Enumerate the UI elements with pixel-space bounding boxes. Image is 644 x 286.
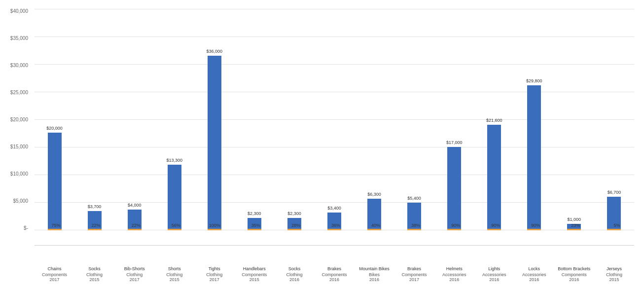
orange-line (487, 229, 501, 230)
bar-pct-label: 90% (531, 223, 540, 228)
bar-pct-label: 56% (172, 223, 180, 228)
x-label-year: 2017 (210, 277, 219, 282)
bar: $13,30056% (168, 165, 181, 229)
bar-group: $6,30040% (355, 199, 394, 230)
bar-group: $36,000100% (194, 56, 234, 230)
x-label-category: Clothing (126, 272, 143, 277)
bar-group: $3,70022% (74, 211, 114, 230)
x-label-category: Components (402, 272, 427, 277)
bar-value-label: $5,400 (407, 196, 421, 201)
y-axis-label: $5,000 (2, 199, 28, 204)
y-axis-label: $35,000 (2, 36, 28, 41)
bar-value-label: $6,700 (608, 190, 621, 195)
x-label-category: Accessories (482, 272, 506, 277)
x-label-category: Clothing (86, 272, 103, 277)
orange-line (88, 229, 102, 230)
bar-pct-label: 90% (451, 223, 460, 228)
x-label-group: BrakesComponents2016 (314, 265, 354, 282)
bar: $3,40036% (327, 213, 341, 229)
orange-line (447, 229, 461, 230)
x-label-category: Clothing (206, 272, 222, 277)
bar-group: $17,00090% (434, 147, 474, 230)
bar-group: $6,7005% (594, 197, 634, 230)
chart-plot: $20,00075%$3,70022%$4,00022%$13,30056%$3… (35, 9, 634, 246)
bar-pct-label: 35% (251, 223, 260, 228)
bar-pct-label: 23% (571, 223, 580, 228)
x-label-category: Clothing (286, 272, 302, 277)
bar-value-label: $3,700 (88, 204, 102, 209)
x-label-category: Clothing (166, 272, 182, 277)
bar-group: $13,30056% (154, 165, 194, 230)
x-label-group: SocksClothing2015 (74, 265, 114, 282)
x-label-year: 2016 (289, 277, 299, 282)
bar-group: $29,80090% (514, 85, 554, 230)
bar: $36,000100% (208, 56, 221, 229)
bar-value-label: $20,000 (46, 126, 63, 131)
x-label-name: Locks (529, 266, 540, 272)
y-axis-label: $20,000 (2, 117, 28, 122)
x-label-group: LightsAccessories2016 (474, 265, 514, 282)
bars-row: $20,00075%$3,70022%$4,00022%$13,30056%$3… (35, 9, 634, 230)
bar: $6,7005% (607, 197, 621, 229)
x-label-name: Brakes (327, 266, 341, 272)
x-label-year: 2016 (449, 277, 459, 282)
bar-value-label: $21,600 (486, 118, 502, 123)
orange-line (248, 229, 261, 230)
x-label-category: Components (242, 272, 267, 277)
bar: $5,40038% (407, 203, 421, 229)
bar: $29,80090% (527, 85, 541, 229)
bar-value-label: $4,000 (128, 203, 142, 208)
x-label-group: Mountain BikesBikes2016 (355, 265, 394, 282)
x-label-category: Clothing (606, 272, 622, 277)
x-label-year: 2017 (130, 277, 140, 282)
x-label-year: 2016 (529, 277, 539, 282)
x-label-group: Bib-ShortsClothing2017 (114, 265, 154, 282)
x-label-name: Bottom Brackets (558, 266, 590, 272)
x-label-group: ChainsComponents2017 (35, 265, 74, 282)
x-label-group: TightsClothing2017 (194, 265, 234, 282)
orange-line (607, 229, 621, 230)
bar: $21,60090% (487, 125, 501, 229)
bar-pct-label: 38% (411, 223, 420, 228)
bar: $20,00075% (48, 133, 62, 229)
x-label-name: Lights (488, 266, 500, 272)
bar-group: $2,30035% (234, 218, 274, 230)
bar: $2,30035% (248, 218, 261, 229)
y-axis-label: $10,000 (2, 172, 28, 177)
x-label-name: Helmets (446, 266, 463, 272)
bar-pct-label: 22% (132, 223, 141, 228)
x-label-name: Mountain Bikes (359, 266, 390, 272)
x-label-year: 2016 (329, 277, 339, 282)
x-label-group: SocksClothing2016 (274, 265, 314, 282)
bar-group: $4,00022% (114, 210, 154, 230)
bar-value-label: $29,800 (526, 78, 542, 83)
bar-pct-label: 36% (331, 223, 340, 228)
x-label-year: 2016 (489, 277, 499, 282)
x-label-group: LocksAccessories2016 (514, 265, 554, 282)
x-label-group: Bottom BracketsComponents2016 (554, 265, 594, 282)
x-label-category: Accessories (442, 272, 466, 277)
x-label-name: Jerseys (607, 266, 622, 272)
orange-line (48, 229, 62, 230)
orange-line (128, 229, 142, 230)
bar: $6,30040% (367, 199, 381, 229)
orange-line (168, 229, 181, 230)
x-label-year: 2015 (170, 277, 179, 282)
bar-value-label: $1,000 (568, 217, 581, 222)
x-label-category: Accessories (522, 272, 546, 277)
chart-container: $-$5,000$10,000$15,000$20,000$25,000$30,… (0, 0, 644, 286)
x-label-group: ShortsClothing2015 (154, 265, 194, 282)
bar-pct-label: 28% (291, 223, 300, 228)
x-label-year: 2015 (609, 277, 619, 282)
x-label-year: 2017 (50, 277, 60, 282)
orange-line (208, 229, 221, 230)
bar-pct-label: 40% (371, 223, 380, 228)
x-label-year: 2016 (569, 277, 579, 282)
bar-value-label: $2,300 (287, 211, 301, 216)
bar-pct-label: 100% (209, 223, 220, 228)
bar-value-label: $36,000 (207, 49, 223, 54)
bar-group: $21,60090% (474, 125, 514, 230)
bar-group: $1,00023% (554, 224, 594, 230)
bar: $4,00022% (128, 210, 142, 229)
x-label-name: Bib-Shorts (124, 266, 145, 272)
